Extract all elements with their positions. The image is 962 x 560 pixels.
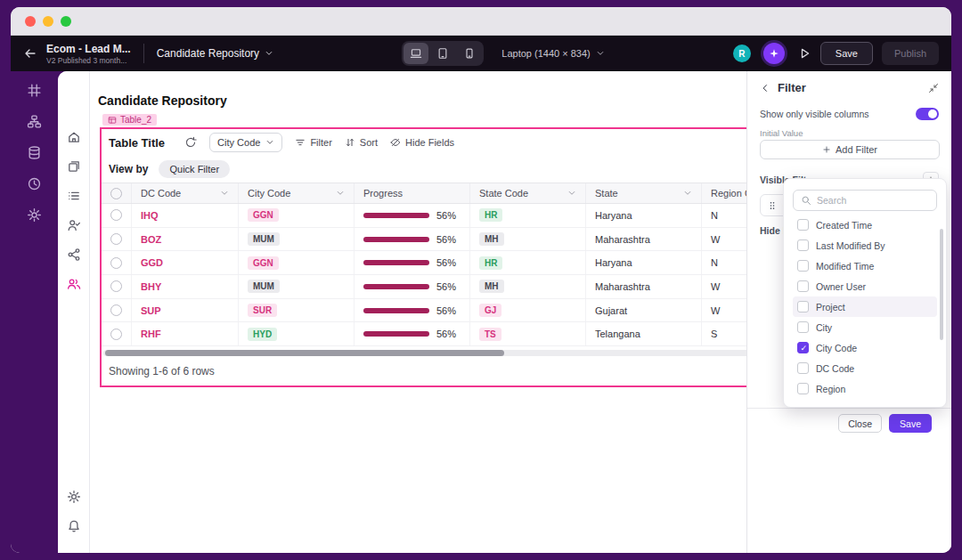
device-option[interactable] [430, 43, 455, 64]
settings-icon[interactable] [67, 490, 81, 504]
panel-save-button[interactable]: Save [889, 414, 932, 433]
quick-filter-chip[interactable]: Quick Filter [159, 160, 230, 178]
city-code-badge: GGN [248, 256, 279, 270]
checkbox[interactable] [797, 260, 809, 272]
column-header[interactable]: DC Code [132, 183, 239, 203]
dropdown-option[interactable]: Project [793, 296, 937, 317]
share-icon[interactable] [67, 248, 81, 262]
publish-button[interactable]: Publish [882, 42, 939, 65]
checkbox[interactable] [797, 239, 809, 251]
table-row[interactable]: GGD GGN 56% HR Haryana N [102, 251, 746, 275]
dropdown-option[interactable]: Created Time [793, 215, 937, 235]
row-radio[interactable] [110, 304, 122, 316]
column-select[interactable]: City Code [209, 133, 282, 152]
canvas-icon[interactable] [27, 83, 42, 98]
close-button[interactable]: Close [838, 414, 882, 433]
checkbox[interactable] [797, 301, 809, 312]
checkbox[interactable] [797, 362, 809, 374]
play-icon[interactable] [797, 46, 811, 61]
column-header[interactable]: State [586, 183, 702, 203]
app-info[interactable]: Ecom - Lead M... V2 Published 3 month... [46, 43, 131, 65]
editor-content: Candidate Repository Table_2 Table Title… [58, 71, 951, 553]
drag-icon[interactable] [767, 200, 778, 211]
chevron-down-icon[interactable] [683, 189, 692, 198]
dropdown-option[interactable]: DC Code [793, 358, 937, 378]
checkbox[interactable] [797, 383, 809, 394]
datasource-icon[interactable] [27, 145, 42, 160]
table-row[interactable]: BOZ MUM 56% MH Maharashtra W [102, 228, 746, 252]
dropdown-option[interactable]: City [793, 317, 937, 337]
zoom-button[interactable] [61, 16, 71, 27]
save-button[interactable]: Save [820, 42, 873, 65]
editor-canvas[interactable]: Candidate Repository Table_2 Table Title… [90, 71, 746, 553]
dropdown-option[interactable]: Modified Time [793, 256, 937, 276]
scrollbar-thumb[interactable] [105, 350, 504, 356]
device-option[interactable] [457, 43, 482, 64]
dropdown-option[interactable]: Region [793, 378, 937, 399]
select-all-radio[interactable] [110, 188, 122, 199]
hide-fields-button[interactable]: Hide Fields [390, 137, 454, 148]
table-row[interactable]: SUP SUR 56% GJ Gujarat W [102, 299, 746, 323]
avatar[interactable]: R [733, 45, 751, 62]
pages-icon[interactable] [67, 159, 81, 174]
column-header[interactable]: Region Co [702, 183, 746, 203]
collapse-panel-icon[interactable] [928, 83, 939, 93]
chevron-down-icon[interactable] [567, 189, 576, 198]
dropdown-scrollbar[interactable] [940, 229, 943, 340]
history-icon[interactable] [27, 176, 42, 191]
checkbox[interactable] [797, 342, 809, 353]
row-radio[interactable] [110, 329, 122, 340]
column-header[interactable]: Progress [355, 183, 470, 203]
sort-button[interactable]: Sort [345, 137, 378, 148]
column-header[interactable]: State Code [470, 183, 586, 203]
checkbox[interactable] [797, 321, 809, 333]
page-dropdown[interactable]: Candidate Repository [157, 47, 273, 60]
dropdown-option[interactable]: Owner User [793, 276, 937, 296]
list-icon[interactable] [67, 189, 81, 203]
search-box[interactable] [793, 190, 937, 211]
chevron-down-icon[interactable] [336, 189, 345, 198]
table-row[interactable]: IHQ GGN 56% HR Haryana N [102, 204, 746, 228]
home-icon[interactable] [67, 130, 81, 144]
workflow-icon[interactable] [27, 114, 42, 129]
users-icon[interactable] [67, 277, 81, 291]
bell-icon[interactable] [67, 519, 81, 533]
checkbox[interactable] [797, 219, 809, 231]
checkbox[interactable] [797, 280, 809, 292]
horizontal-scrollbar[interactable] [103, 350, 746, 356]
table-row[interactable]: RHF HYD 56% TS Telangana S [102, 322, 746, 346]
search-input[interactable] [817, 195, 929, 206]
add-filter-button[interactable]: Add Filter [760, 140, 940, 159]
visible-columns-toggle[interactable] [916, 108, 939, 120]
chevron-down-icon[interactable] [220, 189, 229, 198]
close-button[interactable] [25, 16, 36, 27]
state-cell: Maharashtra [586, 275, 702, 298]
column-select-value: City Code [217, 137, 260, 148]
row-radio[interactable] [110, 280, 122, 292]
chevron-left-icon[interactable] [760, 83, 770, 93]
table-widget[interactable]: Table Title City Code Filter Sort Hide F… [100, 127, 746, 387]
user-check-icon[interactable] [67, 218, 81, 232]
initial-value-label: Initial Value [760, 128, 939, 138]
refresh-icon[interactable] [184, 136, 197, 149]
row-radio[interactable] [110, 257, 122, 269]
table-header-row: DC Code City Code Progress [102, 183, 746, 204]
dropdown-option[interactable]: Last Modified By [793, 235, 937, 256]
device-dropdown[interactable]: Laptop (1440 × 834) [501, 48, 604, 59]
back-icon[interactable] [23, 46, 37, 61]
progress-value: 56% [436, 234, 456, 245]
widget-name-tag[interactable]: Table_2 [102, 114, 157, 126]
settings-icon[interactable] [27, 207, 42, 223]
dc-code-cell: BHY [132, 275, 239, 298]
row-radio[interactable] [110, 209, 122, 221]
column-header[interactable]: City Code [239, 183, 355, 203]
row-radio[interactable] [110, 233, 122, 245]
filter-button[interactable]: Filter [295, 137, 331, 148]
city-code-badge: MUM [248, 280, 280, 293]
dropdown-option[interactable]: City Code [793, 337, 937, 358]
table-row[interactable]: BHY MUM 56% MH Maharashtra W [102, 275, 746, 299]
device-option[interactable] [404, 43, 428, 64]
ai-assistant-button[interactable] [763, 43, 785, 64]
minimize-button[interactable] [43, 16, 53, 27]
state-code-badge: HR [479, 208, 502, 222]
